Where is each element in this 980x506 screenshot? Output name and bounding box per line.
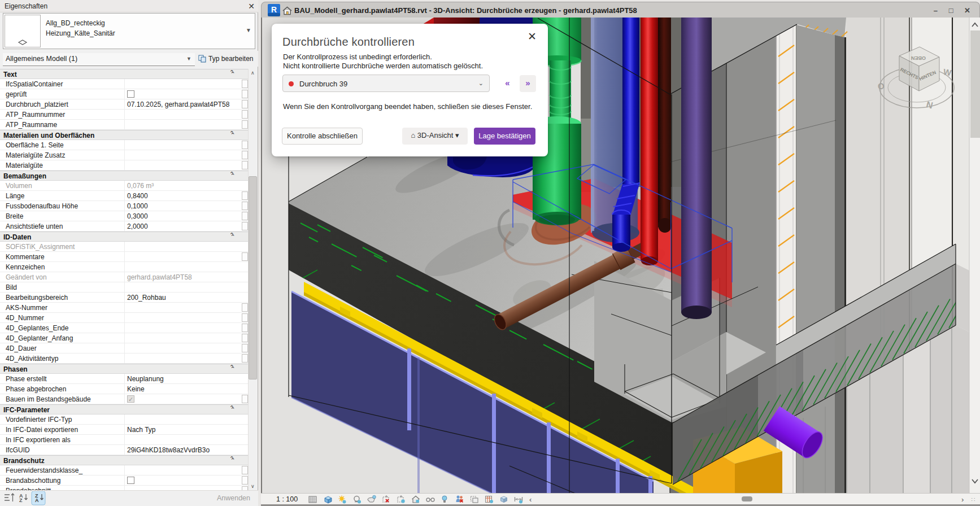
svg-text:A: A xyxy=(35,498,39,503)
svg-text:OBEN: OBEN xyxy=(911,55,926,61)
svg-text:Z: Z xyxy=(19,498,23,503)
svg-text:R: R xyxy=(271,5,277,14)
